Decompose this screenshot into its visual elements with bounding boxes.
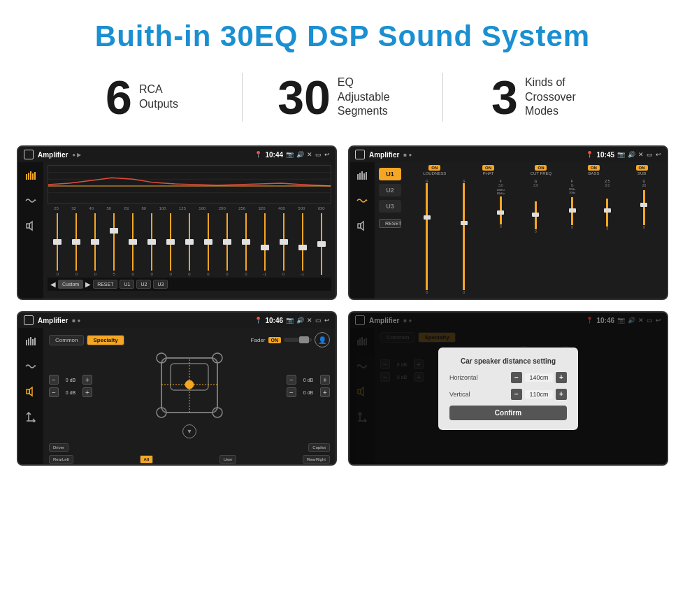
eq-slider-14[interactable]: [312, 213, 330, 276]
cutfreq-label: CUT FREQ: [531, 171, 552, 176]
crossover-faders: G 0 G: [407, 178, 664, 296]
eq-slider-5[interactable]: 0: [143, 213, 161, 276]
bottom-label-row: Driver Copilot: [49, 443, 330, 452]
down-arrow-btn[interactable]: ▼: [182, 424, 196, 438]
arrows-icon-3[interactable]: [23, 409, 38, 424]
sub-on-btn[interactable]: ON: [636, 165, 648, 171]
left-top-minus[interactable]: −: [49, 375, 59, 385]
eq-icon[interactable]: [23, 168, 38, 183]
screen-content-crossover: U1 U2 U3 RESET ON LOUDNESS ON PHAT: [349, 162, 667, 299]
cutfreq-on-btn[interactable]: ON: [535, 165, 547, 171]
eq-slider-11[interactable]: -1: [256, 213, 273, 276]
fader-slider-thumb[interactable]: [299, 336, 309, 343]
left-bot-minus[interactable]: −: [49, 387, 59, 397]
driver-btn[interactable]: Driver: [49, 443, 68, 452]
specialty-tab[interactable]: Specialty: [87, 335, 124, 345]
right-bot-val: 0 dB: [298, 390, 318, 395]
phat-thumb[interactable]: [461, 221, 468, 225]
bass-f-thumb[interactable]: [569, 208, 576, 213]
custom-btn[interactable]: Custom: [58, 280, 83, 289]
bass-on-btn[interactable]: ON: [588, 165, 600, 171]
right-top-minus[interactable]: −: [287, 375, 296, 385]
svg-rect-20: [30, 337, 31, 345]
horizontal-minus[interactable]: −: [511, 372, 522, 383]
bottom-label-row2: RearLeft All User RearRight: [49, 455, 330, 464]
right-bot-minus[interactable]: −: [287, 387, 296, 397]
svg-rect-22: [34, 338, 36, 345]
home-icon-crossover[interactable]: [355, 150, 365, 159]
reset-btn[interactable]: RESET: [93, 280, 117, 289]
speaker-icon-3[interactable]: [23, 384, 38, 399]
vertical-plus[interactable]: +: [556, 389, 567, 400]
eq-slider-4[interactable]: 0: [124, 213, 142, 276]
wave-icon[interactable]: [23, 193, 38, 208]
eq-slider-13[interactable]: -1: [294, 213, 311, 276]
status-right-fader: 📍 10:46 📷 🔊 ✕ ▭ ↩: [254, 317, 330, 324]
u3-crossover-btn[interactable]: U3: [379, 200, 401, 213]
left-top-plus[interactable]: +: [82, 375, 92, 385]
eq-slider-6[interactable]: 0: [162, 213, 180, 276]
fader-slider[interactable]: [284, 338, 312, 342]
common-tab[interactable]: Common: [49, 335, 84, 345]
home-icon-eq[interactable]: [24, 150, 34, 159]
u2-crossover-btn[interactable]: U2: [379, 184, 401, 196]
eq-slider-9[interactable]: 0: [218, 213, 236, 276]
stat-rca: 6 RCAOutputs: [42, 73, 242, 121]
vertical-minus[interactable]: −: [511, 389, 522, 400]
bass-g-thumb[interactable]: [604, 208, 611, 213]
eq-freq-labels: 2532405063 80100125160200 25032040050063…: [48, 206, 331, 210]
vertical-value: 110cm: [525, 390, 553, 399]
confirm-button[interactable]: Confirm: [449, 406, 567, 420]
eq-slider-12[interactable]: 0: [275, 213, 292, 276]
u2-btn[interactable]: U2: [136, 280, 151, 289]
svg-marker-24: [29, 387, 32, 396]
all-btn[interactable]: All: [140, 455, 154, 464]
left-bot-plus[interactable]: +: [82, 387, 92, 397]
u1-crossover-btn[interactable]: U1: [379, 168, 401, 180]
phat-label: PHAT: [483, 171, 494, 176]
sub-thumb[interactable]: [640, 203, 647, 207]
right-bot-plus[interactable]: +: [320, 387, 330, 397]
home-icon-fader[interactable]: [24, 315, 34, 325]
u3-btn[interactable]: U3: [153, 280, 168, 289]
profile-icon[interactable]: 👤: [315, 332, 330, 348]
eq-slider-7[interactable]: 0: [181, 213, 199, 276]
eq-icon-2[interactable]: [354, 168, 370, 183]
phat-channel: ON PHAT: [482, 165, 494, 176]
speaker-icon[interactable]: [23, 218, 38, 234]
eq-icon-3[interactable]: [23, 334, 38, 349]
phat-on-btn[interactable]: ON: [482, 165, 494, 171]
user-btn[interactable]: User: [219, 455, 237, 464]
eq-slider-1[interactable]: 0: [68, 213, 85, 276]
stat-number-eq: 30: [277, 73, 331, 121]
eq-slider-2[interactable]: 0: [87, 213, 104, 276]
wave-icon-2[interactable]: [354, 193, 370, 208]
fader-on-toggle[interactable]: ON: [268, 337, 282, 343]
next-button[interactable]: ▶: [85, 280, 91, 288]
loudness-on-btn[interactable]: ON: [428, 165, 440, 171]
rearright-btn[interactable]: RearRight: [303, 455, 330, 464]
cutfreq-f-thumb[interactable]: [497, 210, 504, 215]
eq-slider-3[interactable]: 5: [106, 213, 123, 276]
x-icon-eq: ✕: [307, 151, 312, 158]
stat-label-rca: RCAOutputs: [139, 83, 178, 112]
u1-btn[interactable]: U1: [120, 280, 134, 289]
loudness-thumb[interactable]: [424, 215, 431, 220]
prev-button[interactable]: ◀: [50, 280, 56, 288]
right-top-plus[interactable]: +: [320, 375, 330, 385]
cutfreq-faders: F 3.0 100Hz 80kHz 0 G 3.0: [484, 179, 552, 294]
copilot-btn[interactable]: Copilot: [308, 443, 330, 452]
horizontal-plus[interactable]: +: [556, 372, 567, 383]
speaker-icon-2[interactable]: [354, 218, 370, 234]
rearleft-btn[interactable]: RearLeft: [49, 455, 73, 464]
eq-slider-0[interactable]: 0: [49, 213, 66, 276]
wave-icon-3[interactable]: [23, 359, 38, 374]
eq-slider-8[interactable]: 0: [200, 213, 217, 276]
screen-fader: Amplifier ■ ● 📍 10:46 📷 🔊 ✕ ▭ ↩: [17, 311, 337, 466]
svg-rect-18: [26, 340, 27, 345]
cutfreq-g-thumb[interactable]: [532, 213, 539, 217]
sub-channel: ON SUB: [636, 165, 648, 176]
status-left-fader: Amplifier ■ ●: [24, 315, 80, 325]
eq-slider-10[interactable]: 0: [237, 213, 254, 276]
reset-crossover-btn[interactable]: RESET: [379, 219, 401, 228]
